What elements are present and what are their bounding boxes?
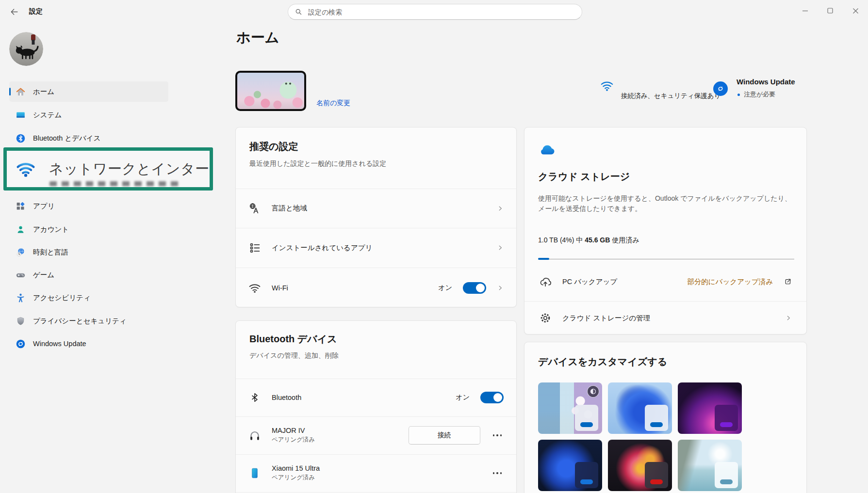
- close-button[interactable]: [843, 0, 868, 21]
- sidebar-item-home[interactable]: ホーム: [9, 81, 168, 102]
- row-label: インストールされているアプリ: [272, 243, 372, 253]
- rename-device-link[interactable]: 名前の変更: [316, 99, 350, 108]
- sidebar-item-label: アカウント: [33, 225, 69, 234]
- sidebar-item-privacy-security[interactable]: プライバシーとセキュリティ: [9, 311, 168, 331]
- shield-icon: [16, 316, 26, 326]
- sidebar-item-label: 時刻と言語: [33, 248, 68, 257]
- sidebar-item-windows-update[interactable]: Windows Update: [9, 334, 168, 354]
- device-thumbnail: [235, 71, 306, 111]
- card-subtitle: デバイスの管理、追加、削除: [249, 351, 339, 360]
- apps-icon: [16, 201, 26, 211]
- theme-tile-dark-bloom[interactable]: [538, 440, 602, 491]
- account-icon: [16, 224, 26, 235]
- row-manage-cloud-storage[interactable]: クラウド ストレージの管理: [524, 301, 806, 335]
- wifi-status-text: 接続済み、セキュリティ保護あり: [621, 92, 721, 100]
- wifi-icon: [16, 161, 35, 177]
- sidebar-item-label: アプリ: [33, 202, 55, 211]
- row-pc-backup[interactable]: PC バックアップ 部分的にバックアップ済み: [524, 262, 806, 301]
- sidebar-item-accessibility[interactable]: アクセシビリティ: [9, 287, 168, 308]
- gamepad-icon: [16, 270, 26, 280]
- sidebar-item-label: ネットワークとインターネット: [49, 159, 213, 179]
- theme-preview: [645, 405, 668, 431]
- sidebar-item-bluetooth-devices[interactable]: Bluetooth とデバイス: [9, 128, 168, 148]
- row-label: 言語と地域: [272, 204, 307, 213]
- row-wifi[interactable]: Wi-Fi オン: [236, 268, 516, 308]
- back-button[interactable]: [6, 5, 22, 18]
- back-arrow-icon: [10, 7, 19, 16]
- card-title: 推奨の設定: [249, 140, 298, 153]
- page-title: ホーム: [236, 28, 279, 48]
- accessibility-icon: [16, 293, 26, 303]
- toggle-knob: [493, 393, 502, 402]
- sidebar-item-label: システム: [33, 111, 62, 120]
- maximize-button[interactable]: [818, 0, 843, 21]
- sidebar-item-label: プライバシーとセキュリティ: [33, 317, 127, 326]
- search-box[interactable]: [288, 4, 582, 20]
- search-icon: [295, 8, 302, 16]
- sidebar-item-apps[interactable]: アプリ: [9, 196, 168, 216]
- theme-tile-bloom-auto[interactable]: [538, 382, 602, 434]
- cloud-storage-card: クラウド ストレージ 使用可能なストレージを使用すると、Outlook でファイ…: [524, 127, 807, 334]
- sidebar-item-network-highlighted[interactable]: ネットワークとインターネット: [3, 147, 213, 191]
- sidebar-item-label: Bluetooth とデバイス: [33, 134, 101, 143]
- row-device-xiaomi[interactable]: Xiaomi 15 Ultra ペアリング済み: [236, 454, 516, 492]
- wifi-status-icon: [600, 80, 712, 92]
- storage-usage-text: 1.0 TB (4%) 中 45.6 GB 使用済み: [538, 236, 639, 245]
- gear-icon: [539, 312, 552, 324]
- theme-tile-flower[interactable]: [608, 440, 672, 491]
- search-input[interactable]: [307, 8, 575, 16]
- sidebar-item-label: ゲーム: [33, 270, 54, 280]
- bluetooth-toggle[interactable]: [480, 392, 504, 403]
- theme-tile-light-bloom[interactable]: [608, 382, 672, 434]
- auto-theme-badge-icon: [587, 385, 599, 398]
- row-device-major-iv[interactable]: MAJOR IV ペアリング済み 接続: [236, 416, 516, 454]
- row-label: クラウド ストレージの管理: [562, 314, 650, 323]
- cloud-icon: [539, 142, 557, 156]
- wifi-status-card[interactable]: 接続済み、セキュリティ保護あり: [600, 80, 712, 92]
- theme-preview: [715, 462, 738, 488]
- row-installed-apps[interactable]: インストールされているアプリ: [236, 228, 516, 268]
- storage-progress-bar: [538, 259, 794, 259]
- windows-update-icon: [16, 339, 26, 349]
- more-options-icon[interactable]: [491, 431, 504, 439]
- window-controls: [792, 0, 868, 21]
- cloud-description: 使用可能なストレージを使用すると、Outlook でファイルをバックアップしたり…: [538, 193, 794, 214]
- card-title: クラウド ストレージ: [538, 170, 630, 183]
- more-options-icon[interactable]: [491, 469, 504, 477]
- time-language-icon: [16, 247, 26, 257]
- row-language-region[interactable]: 言語と地域: [236, 189, 516, 228]
- title-bar: 設定: [0, 0, 868, 23]
- card-title: デバイスをカスタマイズする: [538, 355, 667, 368]
- sidebar-item-accounts[interactable]: アカウント: [9, 219, 168, 239]
- sidebar-item-label: アクセシビリティ: [33, 293, 91, 302]
- windows-update-status-icon: [713, 81, 728, 96]
- device-status: ペアリング済み: [272, 436, 315, 444]
- sidebar-item-label: Windows Update: [33, 340, 86, 348]
- pc-backup-icon: [539, 275, 552, 288]
- connect-button[interactable]: 接続: [409, 426, 480, 445]
- wifi-toggle[interactable]: [463, 282, 486, 294]
- theme-tile-eclipse[interactable]: [678, 382, 742, 434]
- sidebar-item-time-language[interactable]: 時刻と言語: [9, 242, 168, 262]
- backup-status-text: 部分的にバックアップ済み: [687, 277, 773, 286]
- theme-tile-beach[interactable]: [678, 440, 742, 491]
- chevron-right-icon: [497, 285, 504, 291]
- sidebar-item-system[interactable]: システム: [9, 105, 168, 125]
- external-link-icon: [784, 278, 792, 286]
- minimize-button[interactable]: [792, 0, 818, 21]
- theme-preview: [575, 462, 598, 488]
- sidebar-item-label: ホーム: [33, 87, 54, 96]
- device-name: Xiaomi 15 Ultra: [272, 464, 320, 472]
- bluetooth-devices-card: Bluetooth デバイス デバイスの管理、追加、削除 Bluetooth オ…: [235, 320, 517, 493]
- user-avatar[interactable]: [9, 32, 43, 66]
- row-label: PC バックアップ: [562, 277, 617, 286]
- row-bluetooth-toggle[interactable]: Bluetooth オン: [236, 379, 516, 416]
- sidebar-item-gaming[interactable]: ゲーム: [9, 265, 168, 285]
- toggle-state-label: オン: [438, 284, 452, 292]
- row-label: Wi-Fi: [272, 284, 288, 292]
- smartphone-icon: [248, 467, 261, 479]
- usage-prefix: 1.0 TB (4%) 中: [538, 236, 585, 244]
- bluetooth-glyph-icon: [248, 391, 261, 404]
- chevron-right-icon: [785, 315, 792, 321]
- home-icon: [16, 87, 26, 97]
